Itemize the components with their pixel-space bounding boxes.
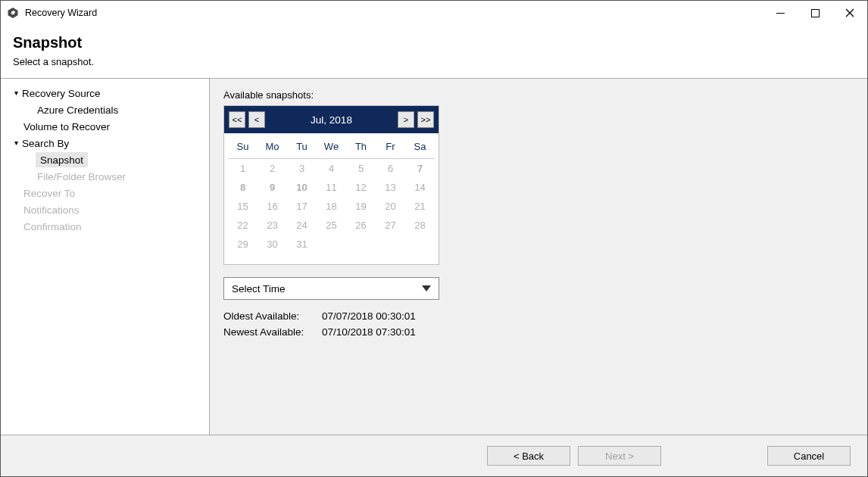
oldest-available-label: Oldest Available:: [223, 310, 314, 322]
sidebar-item-label: Volume to Recover: [23, 121, 110, 132]
wizard-footer: < Back Next > Cancel: [1, 435, 867, 476]
titlebar: Recovery Wizard: [1, 1, 867, 25]
calendar-day: [405, 235, 435, 254]
minimize-button[interactable]: [763, 1, 798, 25]
available-snapshots-label: Available snapshots:: [223, 89, 854, 101]
close-icon: [845, 8, 854, 17]
calendar-day[interactable]: 6: [376, 159, 405, 179]
minimize-icon: [776, 9, 785, 17]
calendar-nav-right: > >>: [398, 111, 434, 128]
calendar-day[interactable]: 8: [228, 178, 258, 197]
time-select-dropdown[interactable]: Select Time: [223, 277, 439, 300]
calendar-day[interactable]: 5: [346, 159, 376, 179]
calendar-day[interactable]: 29: [228, 235, 258, 254]
calendar-day[interactable]: 18: [317, 197, 346, 216]
calendar-header: << < Jul, 2018 > >>: [224, 106, 439, 133]
calendar-day[interactable]: 2: [258, 159, 287, 179]
dow-fr: Fr: [376, 136, 405, 159]
calendar-day[interactable]: 23: [258, 216, 287, 235]
sidebar-item-notifications: Notifications: [1, 201, 209, 218]
calendar-day[interactable]: 21: [405, 197, 435, 216]
calendar-day[interactable]: 30: [258, 235, 287, 254]
calendar-day: [346, 235, 376, 254]
calendar-day[interactable]: 10: [287, 178, 317, 197]
sidebar-item-azure-credentials[interactable]: Azure Credentials: [1, 101, 209, 118]
calendar-day[interactable]: 11: [317, 178, 346, 197]
calendar-first-button[interactable]: <<: [229, 111, 245, 128]
title-left: Recovery Wizard: [7, 7, 97, 19]
sidebar-item-label: Confirmation: [23, 221, 82, 232]
window-title: Recovery Wizard: [25, 8, 97, 18]
sidebar-item-label: File/Folder Browser: [37, 171, 126, 182]
calendar-day[interactable]: 19: [346, 197, 376, 216]
calendar-day: [376, 235, 405, 254]
wizard-sidebar: ▾ Recovery Source Azure Credentials Volu…: [1, 79, 210, 435]
calendar-day[interactable]: 7: [405, 159, 435, 179]
newest-available-value: 07/10/2018 07:30:01: [322, 326, 416, 338]
chevron-down-icon: ▾: [11, 139, 20, 147]
calendar-day[interactable]: 12: [346, 178, 376, 197]
calendar-month-label: Jul, 2018: [311, 114, 352, 126]
newest-available-row: Newest Available: 07/10/2018 07:30:01: [223, 326, 854, 338]
sidebar-item-snapshot[interactable]: Snapshot: [1, 151, 209, 168]
dow-mo: Mo: [258, 136, 287, 159]
maximize-button[interactable]: [798, 1, 832, 25]
calendar-day[interactable]: 27: [376, 216, 405, 235]
calendar-last-button[interactable]: >>: [417, 111, 434, 128]
sidebar-item-label: Azure Credentials: [37, 104, 118, 116]
calendar-day[interactable]: 16: [258, 197, 287, 216]
calendar-day[interactable]: 26: [346, 216, 376, 235]
calendar-day[interactable]: 22: [228, 216, 258, 235]
calendar-day[interactable]: 31: [287, 235, 317, 254]
calendar-day[interactable]: 14: [405, 178, 435, 197]
calendar-day[interactable]: 17: [287, 197, 317, 216]
dow-tu: Tu: [287, 136, 317, 159]
calendar-day[interactable]: 13: [376, 178, 405, 197]
calendar-day[interactable]: 9: [258, 178, 287, 197]
sidebar-item-recovery-source[interactable]: ▾ Recovery Source: [1, 85, 209, 101]
page-subtitle: Select a snapshot.: [13, 56, 855, 67]
window-controls: [763, 1, 867, 25]
chevron-down-icon: [422, 285, 431, 292]
cancel-button[interactable]: Cancel: [767, 446, 851, 466]
dow-th: Th: [346, 136, 376, 159]
calendar-day[interactable]: 1: [228, 159, 258, 179]
sidebar-item-label: Notifications: [23, 204, 80, 216]
next-button: Next >: [578, 446, 661, 466]
calendar-day[interactable]: 3: [287, 159, 317, 179]
dow-we: We: [317, 136, 346, 159]
sidebar-item-volume-to-recover[interactable]: Volume to Recover: [1, 118, 209, 135]
chevron-down-icon: ▾: [11, 89, 20, 97]
wizard-header: Snapshot Select a snapshot.: [1, 25, 867, 78]
calendar-day[interactable]: 20: [376, 197, 405, 216]
back-button[interactable]: < Back: [487, 446, 570, 466]
sidebar-item-label: Snapshot: [36, 152, 88, 167]
dow-su: Su: [228, 136, 258, 159]
calendar-day[interactable]: 15: [228, 197, 258, 216]
calendar-day[interactable]: 28: [405, 216, 435, 235]
close-button[interactable]: [832, 1, 867, 25]
wizard-body: ▾ Recovery Source Azure Credentials Volu…: [1, 78, 867, 435]
sidebar-item-label: Recovery Source: [20, 88, 101, 99]
oldest-available-value: 07/07/2018 00:30:01: [322, 310, 416, 322]
oldest-available-row: Oldest Available: 07/07/2018 00:30:01: [223, 310, 854, 322]
calendar-nav-left: << <: [229, 111, 265, 128]
recovery-wizard-window: Recovery Wizard Snapshot Select a snapsh…: [0, 0, 868, 477]
calendar-grid: Su Mo Tu We Th Fr Sa 1234567891011121314…: [228, 136, 435, 254]
calendar-next-button[interactable]: >: [398, 111, 414, 128]
sidebar-item-label: Search By: [20, 138, 69, 149]
calendar-prev-button[interactable]: <: [248, 111, 265, 128]
sidebar-item-file-folder-browser: File/Folder Browser: [1, 168, 209, 185]
calendar-day[interactable]: 24: [287, 216, 317, 235]
calendar-day[interactable]: 4: [317, 159, 346, 179]
calendar: << < Jul, 2018 > >> Su Mo Tu: [223, 105, 439, 265]
sidebar-item-confirmation: Confirmation: [1, 218, 209, 235]
page-title: Snapshot: [13, 34, 855, 51]
svg-rect-3: [811, 9, 819, 17]
sidebar-item-label: Recover To: [23, 188, 75, 199]
sidebar-item-recover-to: Recover To: [1, 185, 209, 201]
sidebar-item-search-by[interactable]: ▾ Search By: [1, 135, 209, 151]
calendar-day[interactable]: 25: [317, 216, 346, 235]
maximize-icon: [811, 9, 820, 17]
calendar-day: [317, 235, 346, 254]
